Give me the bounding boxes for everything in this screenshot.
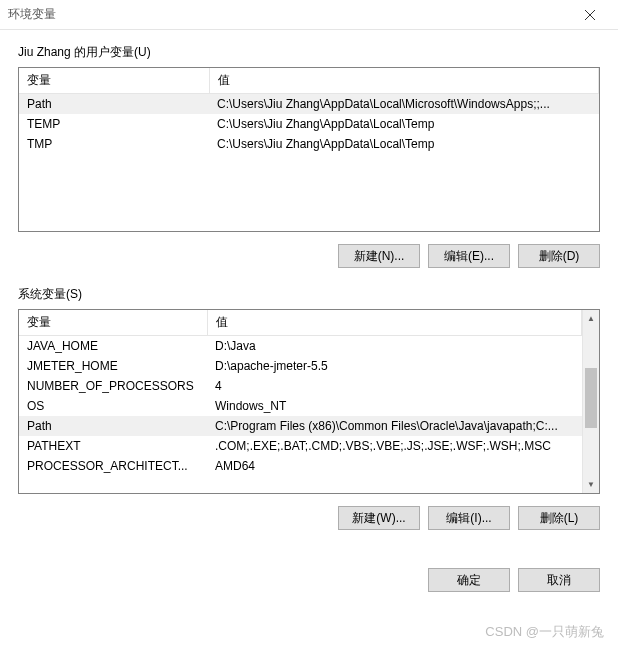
cell-name: OS	[19, 396, 207, 416]
cell-value: C:\Program Files (x86)\Common Files\Orac…	[207, 416, 582, 436]
ok-button[interactable]: 确定	[428, 568, 510, 592]
table-row[interactable]: PATHEXT.COM;.EXE;.BAT;.CMD;.VBS;.VBE;.JS…	[19, 436, 582, 456]
cell-name: PATHEXT	[19, 436, 207, 456]
table-row[interactable]: PROCESSOR_ARCHITECT...AMD64	[19, 456, 582, 476]
table-row[interactable]: OSWindows_NT	[19, 396, 582, 416]
user-delete-button[interactable]: 删除(D)	[518, 244, 600, 268]
dialog-footer: 确定 取消	[0, 556, 618, 606]
cell-name: PROCESSOR_ARCHITECT...	[19, 456, 207, 476]
system-new-button[interactable]: 新建(W)...	[338, 506, 420, 530]
table-header-row: 变量 值	[19, 310, 582, 336]
col-header-value[interactable]: 值	[209, 68, 599, 94]
cell-value: C:\Users\Jiu Zhang\AppData\Local\Temp	[209, 134, 599, 154]
table-row[interactable]: NUMBER_OF_PROCESSORS4	[19, 376, 582, 396]
system-vars-buttons: 新建(W)... 编辑(I)... 删除(L)	[18, 506, 600, 530]
cell-name: JAVA_HOME	[19, 336, 207, 357]
cell-name: JMETER_HOME	[19, 356, 207, 376]
system-delete-button[interactable]: 删除(L)	[518, 506, 600, 530]
cancel-button[interactable]: 取消	[518, 568, 600, 592]
scrollbar[interactable]: ▲ ▼	[582, 310, 599, 493]
table-row[interactable]: TEMPC:\Users\Jiu Zhang\AppData\Local\Tem…	[19, 114, 599, 134]
cell-value: 4	[207, 376, 582, 396]
cell-value: C:\Users\Jiu Zhang\AppData\Local\Temp	[209, 114, 599, 134]
cell-name: TEMP	[19, 114, 209, 134]
user-vars-table[interactable]: 变量 值 PathC:\Users\Jiu Zhang\AppData\Loca…	[18, 67, 600, 232]
user-vars-label: Jiu Zhang 的用户变量(U)	[18, 44, 600, 61]
col-header-value[interactable]: 值	[207, 310, 582, 336]
cell-value: D:\Java	[207, 336, 582, 357]
cell-value: AMD64	[207, 456, 582, 476]
system-vars-table[interactable]: 变量 值 JAVA_HOMED:\JavaJMETER_HOMED:\apach…	[18, 309, 600, 494]
table-row[interactable]: TMPC:\Users\Jiu Zhang\AppData\Local\Temp	[19, 134, 599, 154]
scroll-down-icon[interactable]: ▼	[583, 476, 599, 493]
close-icon	[585, 10, 595, 20]
cell-value: D:\apache-jmeter-5.5	[207, 356, 582, 376]
titlebar: 环境变量	[0, 0, 618, 30]
user-edit-button[interactable]: 编辑(E)...	[428, 244, 510, 268]
table-row[interactable]: JMETER_HOMED:\apache-jmeter-5.5	[19, 356, 582, 376]
cell-value: Windows_NT	[207, 396, 582, 416]
col-header-name[interactable]: 变量	[19, 68, 209, 94]
table-header-row: 变量 值	[19, 68, 599, 94]
system-edit-button[interactable]: 编辑(I)...	[428, 506, 510, 530]
table-row[interactable]: PathC:\Users\Jiu Zhang\AppData\Local\Mic…	[19, 94, 599, 115]
dialog-content: Jiu Zhang 的用户变量(U) 变量 值 PathC:\Users\Jiu…	[0, 30, 618, 556]
cell-value: .COM;.EXE;.BAT;.CMD;.VBS;.VBE;.JS;.JSE;.…	[207, 436, 582, 456]
table-row[interactable]: JAVA_HOMED:\Java	[19, 336, 582, 357]
cell-name: TMP	[19, 134, 209, 154]
cell-value: C:\Users\Jiu Zhang\AppData\Local\Microso…	[209, 94, 599, 115]
cell-name: Path	[19, 416, 207, 436]
cell-name: NUMBER_OF_PROCESSORS	[19, 376, 207, 396]
scroll-thumb[interactable]	[585, 368, 597, 428]
scroll-up-icon[interactable]: ▲	[583, 310, 599, 327]
user-new-button[interactable]: 新建(N)...	[338, 244, 420, 268]
window-title: 环境变量	[8, 6, 570, 23]
user-vars-buttons: 新建(N)... 编辑(E)... 删除(D)	[18, 244, 600, 268]
cell-name: Path	[19, 94, 209, 115]
table-row[interactable]: PathC:\Program Files (x86)\Common Files\…	[19, 416, 582, 436]
watermark: CSDN @一只萌新兔	[485, 623, 604, 641]
col-header-name[interactable]: 变量	[19, 310, 207, 336]
close-button[interactable]	[570, 1, 610, 29]
system-vars-label: 系统变量(S)	[18, 286, 600, 303]
